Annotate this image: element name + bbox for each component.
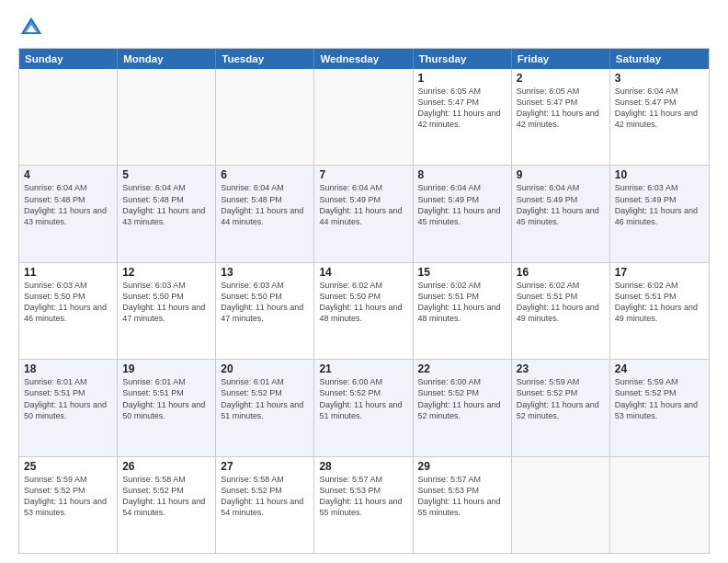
- calendar-header: SundayMondayTuesdayWednesdayThursdayFrid…: [19, 49, 709, 69]
- cell-text: Sunrise: 6:04 AM Sunset: 5:48 PM Dayligh…: [24, 182, 112, 227]
- header-day-thursday: Thursday: [414, 49, 512, 69]
- cal-cell: 20Sunrise: 6:01 AM Sunset: 5:52 PM Dayli…: [216, 360, 314, 455]
- cal-cell: 29Sunrise: 5:57 AM Sunset: 5:53 PM Dayli…: [414, 457, 512, 553]
- cal-cell: 6Sunrise: 6:04 AM Sunset: 5:48 PM Daylig…: [216, 166, 314, 261]
- day-number: 14: [319, 266, 407, 279]
- cell-text: Sunrise: 5:57 AM Sunset: 5:53 PM Dayligh…: [418, 474, 506, 519]
- cal-cell: 13Sunrise: 6:03 AM Sunset: 5:50 PM Dayli…: [216, 263, 314, 359]
- cal-row-3: 18Sunrise: 6:01 AM Sunset: 5:51 PM Dayli…: [19, 360, 709, 456]
- cal-row-4: 25Sunrise: 5:59 AM Sunset: 5:52 PM Dayli…: [19, 457, 709, 553]
- day-number: 9: [517, 168, 605, 181]
- calendar: SundayMondayTuesdayWednesdayThursdayFrid…: [18, 48, 710, 554]
- cal-cell: 25Sunrise: 5:59 AM Sunset: 5:52 PM Dayli…: [19, 457, 118, 553]
- cell-text: Sunrise: 6:03 AM Sunset: 5:50 PM Dayligh…: [24, 280, 112, 325]
- day-number: 26: [122, 460, 210, 473]
- cell-text: Sunrise: 6:04 AM Sunset: 5:48 PM Dayligh…: [221, 182, 309, 227]
- day-number: 4: [24, 168, 112, 181]
- cal-cell: [118, 69, 216, 165]
- day-number: 5: [122, 168, 210, 181]
- cell-text: Sunrise: 6:05 AM Sunset: 5:47 PM Dayligh…: [517, 86, 605, 131]
- day-number: 17: [615, 266, 704, 279]
- day-number: 10: [615, 168, 704, 181]
- header-day-tuesday: Tuesday: [216, 49, 314, 69]
- cal-cell: 4Sunrise: 6:04 AM Sunset: 5:48 PM Daylig…: [19, 166, 118, 261]
- cell-text: Sunrise: 5:58 AM Sunset: 5:52 PM Dayligh…: [221, 474, 309, 519]
- cell-text: Sunrise: 6:01 AM Sunset: 5:51 PM Dayligh…: [24, 376, 112, 421]
- cell-text: Sunrise: 6:01 AM Sunset: 5:52 PM Dayligh…: [221, 376, 309, 421]
- cell-text: Sunrise: 6:02 AM Sunset: 5:51 PM Dayligh…: [517, 280, 605, 325]
- header-day-monday: Monday: [118, 49, 216, 69]
- day-number: 28: [319, 460, 407, 473]
- cell-text: Sunrise: 6:00 AM Sunset: 5:52 PM Dayligh…: [418, 376, 506, 421]
- cal-cell: 1Sunrise: 6:05 AM Sunset: 5:47 PM Daylig…: [414, 69, 512, 165]
- cell-text: Sunrise: 5:58 AM Sunset: 5:52 PM Dayligh…: [122, 474, 210, 519]
- cell-text: Sunrise: 6:04 AM Sunset: 5:49 PM Dayligh…: [319, 182, 407, 227]
- day-number: 7: [319, 168, 407, 181]
- cal-cell: 21Sunrise: 6:00 AM Sunset: 5:52 PM Dayli…: [314, 360, 413, 455]
- day-number: 11: [24, 266, 112, 279]
- cell-text: Sunrise: 5:57 AM Sunset: 5:53 PM Dayligh…: [319, 474, 407, 519]
- cal-cell: [19, 69, 118, 165]
- cal-cell: 17Sunrise: 6:02 AM Sunset: 5:51 PM Dayli…: [610, 263, 709, 359]
- cal-cell: 11Sunrise: 6:03 AM Sunset: 5:50 PM Dayli…: [19, 263, 118, 359]
- day-number: 27: [221, 460, 309, 473]
- day-number: 8: [418, 168, 506, 181]
- cal-cell: 15Sunrise: 6:02 AM Sunset: 5:51 PM Dayli…: [414, 263, 512, 359]
- cell-text: Sunrise: 6:04 AM Sunset: 5:47 PM Dayligh…: [615, 86, 704, 131]
- day-number: 16: [517, 266, 605, 279]
- cell-text: Sunrise: 6:00 AM Sunset: 5:52 PM Dayligh…: [319, 376, 407, 421]
- cal-cell: [610, 457, 709, 553]
- cal-cell: [512, 457, 610, 553]
- cal-cell: 28Sunrise: 5:57 AM Sunset: 5:53 PM Dayli…: [314, 457, 413, 553]
- cell-text: Sunrise: 5:59 AM Sunset: 5:52 PM Dayligh…: [24, 474, 112, 519]
- day-number: 13: [221, 266, 309, 279]
- cal-cell: 10Sunrise: 6:03 AM Sunset: 5:49 PM Dayli…: [610, 166, 709, 261]
- header: [18, 15, 710, 40]
- cell-text: Sunrise: 6:02 AM Sunset: 5:51 PM Dayligh…: [615, 280, 704, 325]
- cell-text: Sunrise: 5:59 AM Sunset: 5:52 PM Dayligh…: [517, 376, 605, 421]
- cell-text: Sunrise: 6:03 AM Sunset: 5:49 PM Dayligh…: [615, 182, 704, 227]
- cal-cell: 18Sunrise: 6:01 AM Sunset: 5:51 PM Dayli…: [19, 360, 118, 455]
- cal-row-0: 1Sunrise: 6:05 AM Sunset: 5:47 PM Daylig…: [19, 69, 709, 166]
- day-number: 22: [418, 362, 506, 375]
- header-day-wednesday: Wednesday: [314, 49, 413, 69]
- day-number: 15: [418, 266, 506, 279]
- cell-text: Sunrise: 6:04 AM Sunset: 5:49 PM Dayligh…: [517, 182, 605, 227]
- day-number: 12: [122, 266, 210, 279]
- cal-cell: 3Sunrise: 6:04 AM Sunset: 5:47 PM Daylig…: [610, 69, 709, 165]
- cal-cell: 7Sunrise: 6:04 AM Sunset: 5:49 PM Daylig…: [314, 166, 413, 261]
- cell-text: Sunrise: 6:02 AM Sunset: 5:51 PM Dayligh…: [418, 280, 506, 325]
- cal-cell: 19Sunrise: 6:01 AM Sunset: 5:51 PM Dayli…: [118, 360, 216, 455]
- day-number: 23: [517, 362, 605, 375]
- cal-cell: 2Sunrise: 6:05 AM Sunset: 5:47 PM Daylig…: [512, 69, 610, 165]
- cal-row-2: 11Sunrise: 6:03 AM Sunset: 5:50 PM Dayli…: [19, 263, 709, 360]
- day-number: 6: [221, 168, 309, 181]
- cal-cell: 16Sunrise: 6:02 AM Sunset: 5:51 PM Dayli…: [512, 263, 610, 359]
- day-number: 18: [24, 362, 112, 375]
- cal-cell: 9Sunrise: 6:04 AM Sunset: 5:49 PM Daylig…: [512, 166, 610, 261]
- cal-row-1: 4Sunrise: 6:04 AM Sunset: 5:48 PM Daylig…: [19, 166, 709, 262]
- cal-cell: 23Sunrise: 5:59 AM Sunset: 5:52 PM Dayli…: [512, 360, 610, 455]
- cell-text: Sunrise: 6:03 AM Sunset: 5:50 PM Dayligh…: [122, 280, 210, 325]
- day-number: 3: [615, 72, 704, 85]
- cell-text: Sunrise: 6:04 AM Sunset: 5:48 PM Dayligh…: [122, 182, 210, 227]
- calendar-body: 1Sunrise: 6:05 AM Sunset: 5:47 PM Daylig…: [19, 69, 709, 553]
- logo: [18, 15, 48, 40]
- day-number: 1: [418, 72, 506, 85]
- day-number: 2: [517, 72, 605, 85]
- cal-cell: 14Sunrise: 6:02 AM Sunset: 5:50 PM Dayli…: [314, 263, 413, 359]
- cal-cell: 22Sunrise: 6:00 AM Sunset: 5:52 PM Dayli…: [414, 360, 512, 455]
- day-number: 19: [122, 362, 210, 375]
- day-number: 21: [319, 362, 407, 375]
- cell-text: Sunrise: 6:05 AM Sunset: 5:47 PM Dayligh…: [418, 86, 506, 131]
- logo-icon: [18, 15, 44, 40]
- cal-cell: [216, 69, 314, 165]
- day-number: 29: [418, 460, 506, 473]
- cal-cell: 8Sunrise: 6:04 AM Sunset: 5:49 PM Daylig…: [414, 166, 512, 261]
- cal-cell: 27Sunrise: 5:58 AM Sunset: 5:52 PM Dayli…: [216, 457, 314, 553]
- cal-cell: [314, 69, 413, 165]
- header-day-sunday: Sunday: [19, 49, 118, 69]
- cell-text: Sunrise: 5:59 AM Sunset: 5:52 PM Dayligh…: [615, 376, 704, 421]
- cal-cell: 24Sunrise: 5:59 AM Sunset: 5:52 PM Dayli…: [610, 360, 709, 455]
- page: SundayMondayTuesdayWednesdayThursdayFrid…: [0, 0, 728, 563]
